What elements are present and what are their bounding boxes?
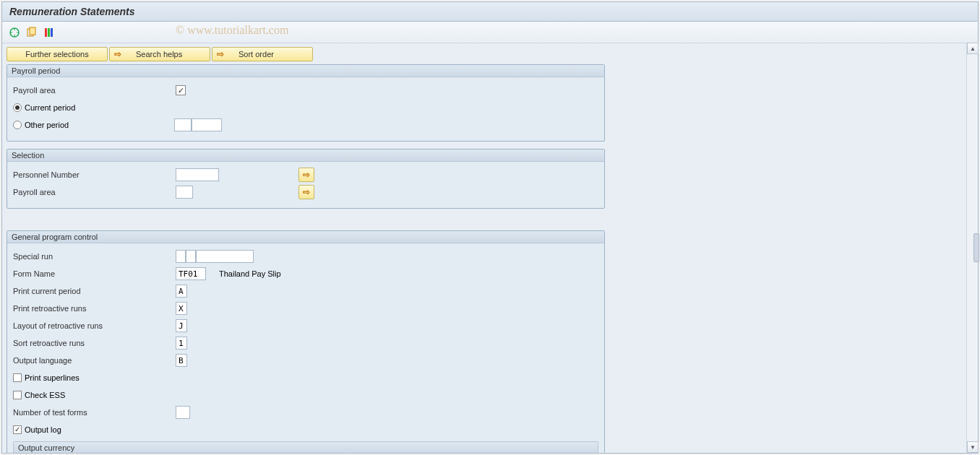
- form-name-description: Thailand Pay Slip: [219, 269, 281, 278]
- payroll-area-label: Payroll area: [13, 86, 176, 95]
- other-period-input-2[interactable]: [192, 118, 222, 131]
- general-program-control-group: General program control Special run Form…: [7, 230, 605, 453]
- button-label: Further selections: [25, 50, 88, 58]
- layout-retroactive-label: Layout of retroactive runs: [13, 321, 176, 330]
- window-title-bar: Remuneration Statements: [2, 2, 978, 22]
- other-period-radio[interactable]: [13, 121, 22, 129]
- output-log-label: Output log: [25, 425, 61, 434]
- group-title: General program control: [7, 231, 604, 243]
- group-title: Payroll period: [7, 65, 604, 77]
- num-test-forms-label: Number of test forms: [13, 408, 176, 417]
- arrow-right-icon: ⇨: [114, 49, 121, 59]
- special-run-input-1[interactable]: [176, 250, 186, 263]
- color-legend-icon[interactable]: [43, 26, 56, 39]
- payroll-area-checkbox[interactable]: [176, 85, 186, 95]
- layout-retroactive-input[interactable]: [176, 319, 187, 332]
- button-label: Sort order: [238, 50, 274, 58]
- selection-buttons-row: Further selections ⇨ Search helps ⇨ Sort…: [7, 47, 962, 61]
- svg-rect-6: [30, 27, 35, 35]
- group-title: Selection: [7, 150, 604, 162]
- output-currency-group: Output currency For-period: [13, 441, 598, 453]
- vertical-scrollbar[interactable]: ▲ ▼: [966, 43, 978, 453]
- scroll-track[interactable]: [967, 54, 978, 441]
- check-ess-checkbox[interactable]: [13, 391, 22, 399]
- output-log-checkbox[interactable]: [13, 425, 22, 434]
- print-retroactive-input[interactable]: [176, 302, 187, 315]
- further-selections-button[interactable]: Further selections: [7, 47, 108, 61]
- scroll-down-arrow-icon[interactable]: ▼: [967, 441, 979, 453]
- sort-retroactive-input[interactable]: [176, 337, 187, 350]
- other-period-label: Other period: [25, 121, 174, 129]
- num-test-forms-input[interactable]: [176, 406, 190, 419]
- execute-icon[interactable]: [8, 26, 21, 39]
- output-language-input[interactable]: [176, 354, 187, 367]
- special-run-input-2[interactable]: [186, 250, 196, 263]
- get-variant-icon[interactable]: [25, 26, 38, 39]
- window-title: Remuneration Statements: [9, 6, 134, 17]
- svg-rect-8: [48, 28, 50, 37]
- payroll-area-input[interactable]: [176, 186, 193, 199]
- group-title: Output currency: [14, 442, 598, 453]
- form-name-label: Form Name: [13, 269, 176, 278]
- content-area: Further selections ⇨ Search helps ⇨ Sort…: [2, 43, 966, 453]
- button-label: Search helps: [136, 50, 182, 58]
- search-helps-button[interactable]: ⇨ Search helps: [109, 47, 210, 61]
- print-current-period-label: Print current period: [13, 287, 176, 295]
- scroll-grip[interactable]: [973, 233, 979, 262]
- selection-group: Selection Personnel Number ⇨ Payroll are…: [7, 149, 605, 209]
- check-ess-label: Check ESS: [25, 391, 65, 399]
- sap-window: Remuneration Statements © www.tutorialka…: [1, 1, 979, 454]
- form-name-input[interactable]: [176, 267, 206, 280]
- application-toolbar: [2, 22, 978, 43]
- current-period-label: Current period: [25, 103, 75, 112]
- multiple-selection-button[interactable]: ⇨: [298, 185, 314, 199]
- print-superlines-label: Print superlines: [25, 373, 79, 382]
- svg-rect-9: [51, 28, 53, 37]
- personnel-number-label: Personnel Number: [13, 170, 176, 179]
- multiple-selection-button[interactable]: ⇨: [298, 168, 314, 182]
- current-period-radio[interactable]: [13, 103, 22, 112]
- personnel-number-input[interactable]: [176, 168, 219, 181]
- sort-retroactive-label: Sort retroactive runs: [13, 339, 176, 347]
- payroll-period-group: Payroll period Payroll area Current peri…: [7, 64, 605, 142]
- special-run-input-3[interactable]: [196, 250, 254, 263]
- output-language-label: Output language: [13, 356, 176, 365]
- scroll-up-arrow-icon[interactable]: ▲: [967, 43, 979, 54]
- other-period-input-1[interactable]: [174, 118, 192, 131]
- print-superlines-checkbox[interactable]: [13, 373, 22, 382]
- payroll-area-label: Payroll area: [13, 188, 176, 196]
- special-run-label: Special run: [13, 252, 176, 261]
- print-current-period-input[interactable]: [176, 285, 187, 298]
- svg-rect-7: [45, 28, 47, 37]
- arrow-right-icon: ⇨: [217, 49, 224, 59]
- sort-order-button[interactable]: ⇨ Sort order: [212, 47, 313, 61]
- print-retroactive-label: Print retroactive runs: [13, 304, 176, 313]
